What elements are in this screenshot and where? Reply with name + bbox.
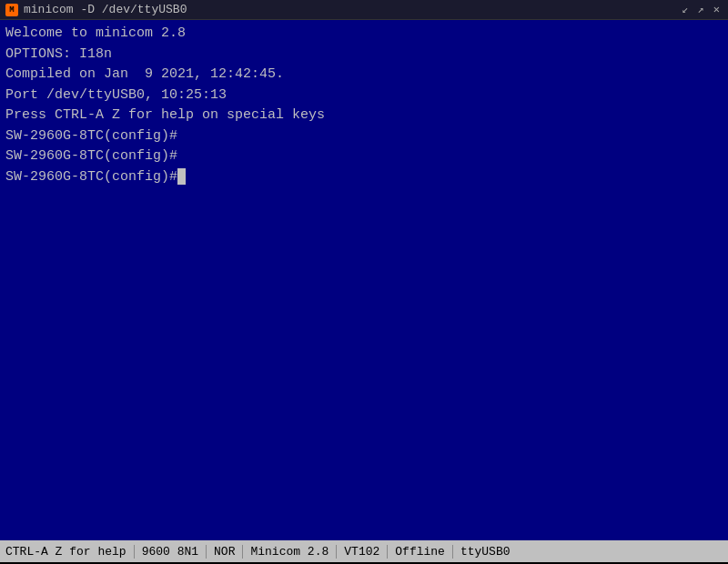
- status-baud: 9600 8N1: [135, 545, 207, 559]
- terminal-line: SW-2960G-8TC(config)#: [5, 146, 723, 167]
- titlebar-left: M minicom -D /dev/ttyUSB0: [5, 3, 187, 16]
- maximize-button[interactable]: ↗: [695, 3, 707, 16]
- window-controls[interactable]: ↙ ↗ ✕: [679, 3, 723, 16]
- terminal-line: OPTIONS: I18n: [5, 45, 723, 65]
- terminal-line: Welcome to minicom 2.8: [5, 24, 723, 45]
- status-terminal: VT102: [337, 545, 388, 559]
- status-connection: Offline: [388, 545, 453, 559]
- status-app: Minicom 2.8: [243, 545, 337, 559]
- status-flow: NOR: [207, 545, 243, 559]
- terminal-line: Port /dev/ttyUSB0, 10:25:13: [5, 86, 723, 106]
- window-title: minicom -D /dev/ttyUSB0: [24, 3, 187, 16]
- minimize-button[interactable]: ↙: [679, 3, 691, 16]
- titlebar: M minicom -D /dev/ttyUSB0 ↙ ↗ ✕: [0, 0, 728, 20]
- app-icon: M: [5, 4, 18, 16]
- status-port: ttyUSB0: [453, 545, 518, 559]
- terminal-line: SW-2960G-8TC(config)#: [5, 167, 723, 188]
- close-button[interactable]: ✕: [711, 3, 723, 16]
- terminal-output[interactable]: Welcome to minicom 2.8OPTIONS: I18nCompi…: [0, 20, 728, 540]
- terminal-cursor: [177, 168, 186, 185]
- terminal-line: Press CTRL-A Z for help on special keys: [5, 106, 723, 126]
- terminal-line: Compiled on Jan 9 2021, 12:42:45.: [5, 65, 723, 86]
- statusbar: CTRL-A Z for help 9600 8N1 NOR Minicom 2…: [0, 540, 728, 562]
- terminal-line: SW-2960G-8TC(config)#: [5, 126, 723, 147]
- status-help: CTRL-A Z for help: [5, 545, 135, 559]
